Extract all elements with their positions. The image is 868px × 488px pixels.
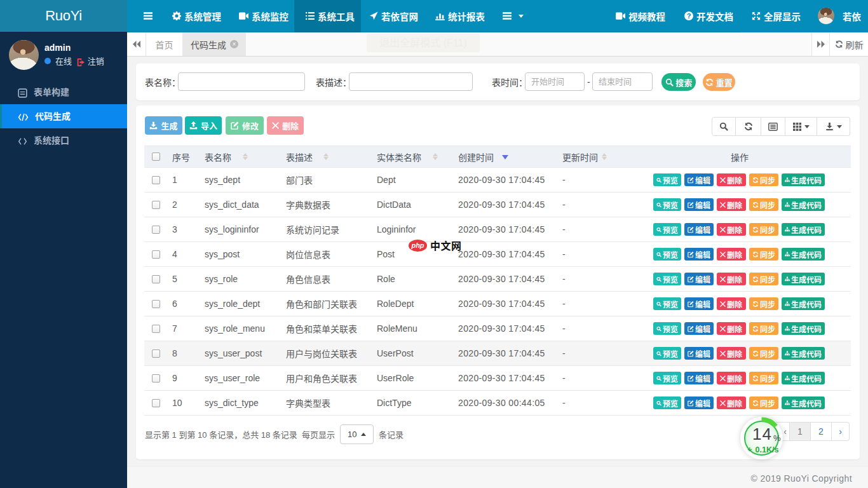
svg-text:0.1K/s: 0.1K/s — [756, 445, 779, 454]
svg-text:14: 14 — [752, 424, 772, 444]
svg-text:%: % — [773, 433, 781, 443]
